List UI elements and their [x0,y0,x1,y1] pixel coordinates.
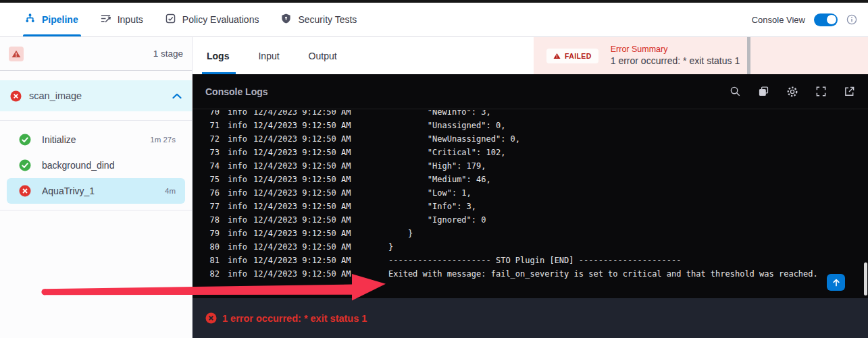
top-nav: Pipeline Inputs Policy Evaluations [0,3,868,37]
stage-summary-header: 1 stage [0,37,192,71]
step-name: background_dind [42,160,114,171]
scroll-to-top-button[interactable] [827,274,845,291]
console-view-label: Console View [752,15,805,25]
error-summary-title: Error Summary [611,44,740,55]
step-duration: 4m [165,187,176,195]
stage-count: 1 stage [153,49,183,59]
console-scrollbar-thumb[interactable] [864,262,867,295]
error-footer-bar: 1 error occurred: * exit status 1 [193,298,868,338]
log-line: 81info12/4/2023 9:12:50 AM--------------… [206,254,868,267]
error-summary-message: 1 error occurred: * exit status 1 [611,55,740,67]
failed-status-icon [10,90,22,102]
footer-error-message: 1 error occurred: * exit status 1 [222,313,367,324]
policy-check-icon [165,13,176,26]
error-summary-scrollbar[interactable] [747,37,750,74]
log-line: 73info12/4/2023 9:12:50 AM "Critical": 1… [206,146,868,159]
stage-row-scan-image[interactable]: scan_image [0,80,192,111]
tab-logs-label: Logs [207,51,229,61]
open-in-new-icon[interactable] [844,86,855,97]
stage-name: scan_image [29,90,82,101]
tab-policy-evaluations[interactable]: Policy Evaluations [154,3,270,36]
log-line: 78info12/4/2023 9:12:50 AM "Ignored": 0 [206,213,868,227]
console-logs-header: Console Logs [193,74,868,109]
log-line: 77info12/4/2023 9:12:50 AM "Info": 3, [206,200,868,213]
nav-tabs: Pipeline Inputs Policy Evaluations [23,3,367,36]
step-name: Initialize [42,134,76,145]
settings-icon[interactable] [786,86,798,98]
tab-security-tests-label: Security Tests [298,14,357,25]
log-line: 70info12/4/2023 9:12:50 AM "NewInfo": 3, [206,110,868,119]
success-status-icon [19,134,31,146]
tab-inputs[interactable]: Inputs [89,3,154,36]
log-line: 75info12/4/2023 9:12:50 AM "Medium": 46, [206,173,868,186]
tab-security-tests[interactable]: Security Tests [270,3,367,36]
nav-right-controls: Console View [752,3,857,36]
tab-inputs-label: Inputs [118,14,143,25]
success-status-icon [19,159,31,171]
tab-pipeline-label: Pipeline [42,14,78,25]
copy-icon[interactable] [758,86,769,97]
step-background-dind[interactable]: background_dind [7,152,185,178]
failed-stage-warning-icon [9,47,24,61]
inputs-icon [100,13,111,26]
step-name: AquaTrivy_1 [42,186,95,196]
log-panel: Logs Input Output FAILED Error Summary 1… [193,37,868,338]
chevron-up-icon[interactable] [172,93,182,99]
log-line: 76info12/4/2023 9:12:50 AM "Low": 1, [206,186,868,200]
failed-status-icon [19,185,31,197]
log-line: 80info12/4/2023 9:12:50 AM} [206,240,868,254]
tab-policy-evaluations-label: Policy Evaluations [182,14,259,25]
console-logs-panel: Console Logs [193,74,868,298]
tab-input-label: Input [258,51,279,61]
log-line: 71info12/4/2023 9:12:50 AM "Unassigned":… [206,119,868,132]
failed-badge-label: FAILED [565,52,592,60]
console-log-lines: 70info12/4/2023 9:12:50 AM "NewInfo": 3,… [206,110,868,281]
step-list: Initialize 1m 27s background_dind Aq [0,120,192,210]
console-logs-title: Console Logs [205,86,268,97]
expand-icon[interactable] [815,86,827,97]
arrow-up-icon [832,279,840,287]
log-line: 79info12/4/2023 9:12:50 AM } [206,227,868,240]
tab-output-label: Output [309,51,337,61]
pipeline-icon [24,13,36,26]
console-log-viewport: 70info12/4/2023 9:12:50 AM "NewInfo": 3,… [193,110,868,296]
shield-icon [280,13,292,26]
step-duration: 1m 27s [150,136,176,144]
execution-sidebar: 1 stage scan_image Initialize [0,37,193,338]
console-view-toggle[interactable] [814,13,838,26]
failed-badge: FAILED [546,49,598,63]
error-summary-banner: FAILED Error Summary 1 error occurred: *… [534,37,868,74]
tab-logs[interactable]: Logs [207,37,229,74]
search-icon[interactable] [730,86,741,97]
log-line: 82info12/4/2023 9:12:50 AMExited with me… [206,267,868,281]
step-initialize[interactable]: Initialize 1m 27s [7,127,185,152]
log-line: 72info12/4/2023 9:12:50 AM "NewUnassigne… [206,132,868,146]
tab-pipeline[interactable]: Pipeline [23,3,89,36]
tab-input[interactable]: Input [258,37,279,74]
log-panel-tabs: Logs Input Output FAILED Error Summary 1… [193,37,868,74]
step-aquatrivy-1[interactable]: AquaTrivy_1 4m [7,178,185,204]
tab-output[interactable]: Output [309,37,337,74]
log-line: 74info12/4/2023 9:12:50 AM "High": 179, [206,159,868,173]
error-circle-icon [205,312,217,324]
info-icon[interactable] [846,14,857,25]
warning-triangle-icon [553,53,561,59]
